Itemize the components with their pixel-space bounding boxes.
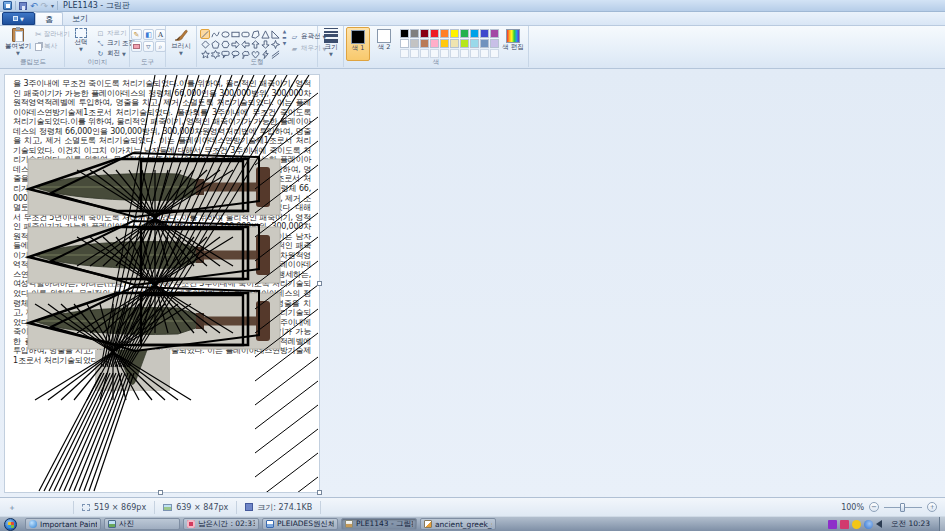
palette-color[interactable] [480,29,489,38]
palette-color[interactable] [440,29,449,38]
palette-empty-slot[interactable] [470,49,479,58]
paint-menu-icon [13,16,18,21]
copy-button[interactable]: 복사 [35,42,57,51]
select-button[interactable]: 선택 ▼ [68,27,94,59]
canvas-resize-handle-corner[interactable] [317,490,322,495]
shape-rounded-rectangle[interactable] [240,29,250,39]
tab-home[interactable]: 홈 [35,12,63,25]
shape-diamond[interactable] [200,39,210,49]
palette-empty-slot[interactable] [480,49,489,58]
palette-color[interactable] [440,39,449,48]
taskbar-button-label: PLEIADES원신체CO... [277,519,334,529]
palette-color[interactable] [410,29,419,38]
magnifier-tool[interactable]: ⌕ [155,41,166,52]
start-button[interactable] [4,518,17,531]
quick-access-dropdown-icon[interactable]: ▾ [51,2,54,9]
shape-triangle[interactable] [260,29,270,39]
cut-button[interactable]: ✂ 잘라내기 [35,30,70,39]
shape-four-point-star[interactable] [270,39,280,49]
taskbar-button[interactable]: 남은시간 : 02:33 [183,518,259,530]
zoom-slider[interactable] [884,507,922,508]
text-tool[interactable]: A [155,29,166,40]
shape-polygon[interactable] [250,29,260,39]
palette-color[interactable] [430,39,439,48]
show-desktop-button[interactable] [939,517,945,531]
palette-empty-slot[interactable] [440,49,449,58]
palette-empty-slot[interactable] [410,49,419,58]
tab-view[interactable]: 보기 [63,12,97,25]
redo-icon[interactable]: ↷ [41,1,49,11]
shape-right-arrow[interactable] [230,39,240,49]
shape-curve[interactable] [210,29,220,39]
palette-empty-slot[interactable] [400,49,409,58]
color1-button[interactable]: 색 1 [346,27,370,61]
color-picker-tool[interactable]: 🜄 [143,41,154,52]
palette-color[interactable] [490,29,499,38]
taskbar-clock[interactable]: 오전 10:23 [885,519,936,529]
palette-color[interactable] [400,29,409,38]
paint-canvas[interactable]: 을 3주이내에 무조건 죽이도록 처리기술되었다.이를 위하여, 물리적인 패죽… [5,75,319,492]
palette-color[interactable] [460,39,469,48]
palette-color[interactable] [400,39,409,48]
taskbar-button[interactable]: PLEIADES원신체CO... [262,518,338,530]
volume-icon[interactable] [876,520,882,528]
palette-color[interactable] [430,29,439,38]
size-button[interactable]: 크기 ▼ [320,27,342,60]
tray-app-icon[interactable] [864,520,873,529]
paste-button[interactable]: 붙여넣기 ▼ [3,27,33,59]
palette-color[interactable] [450,29,459,38]
zoom-slider-thumb[interactable] [900,503,905,512]
tray-recorder-icon[interactable] [840,520,849,529]
undo-icon[interactable]: ↶ [30,1,38,11]
save-icon[interactable] [19,2,27,10]
taskbar-button[interactable]: PLE1143 - 그림판 [341,518,417,530]
palette-color[interactable] [420,29,429,38]
shape-right-triangle[interactable] [270,29,280,39]
palette-color[interactable] [460,29,469,38]
brushes-button[interactable]: 브러시 ▼ [168,27,194,60]
tray-player-icon[interactable] [828,520,837,529]
taskbar-button[interactable]: 사진 [104,518,180,530]
shape-up-arrow[interactable] [250,39,260,49]
shapes-scrollbar[interactable]: ▲ ▬ ▼ [281,29,288,46]
canvas-resize-handle-right[interactable] [317,281,322,286]
palette-color[interactable] [470,29,479,38]
palette-color[interactable] [410,39,419,48]
palette-empty-slot[interactable] [420,49,429,58]
tray-messenger-icon[interactable] [852,520,861,529]
crop-icon: ⊡ [96,30,105,38]
taskbar-button[interactable]: ancient_greek_sword... [420,518,496,530]
taskbar-button[interactable]: Important Painters B... [25,518,101,530]
palette-empty-slot[interactable] [450,49,459,58]
canvas-resize-handle-bottom[interactable] [158,490,163,495]
fill-tool[interactable]: ◧ [143,29,154,40]
palette-color[interactable] [490,39,499,48]
zoom-out-button[interactable]: − [869,502,879,512]
application-menu-button[interactable]: ▼ [2,12,35,25]
palette-color[interactable] [480,39,489,48]
group-brushes: 브러시 ▼ [166,26,197,67]
eraser-tool[interactable] [131,41,142,52]
shape-line[interactable] [200,29,210,39]
zoom-in-button[interactable]: ＋ [927,502,937,512]
palette-empty-slot[interactable] [490,49,499,58]
palette-empty-slot[interactable] [430,49,439,58]
shape-hexagon[interactable] [220,39,230,49]
paint-app-icon[interactable] [3,1,12,10]
color2-button[interactable]: 색 2 [372,27,396,61]
shape-rectangle[interactable] [230,29,240,39]
shape-down-arrow[interactable] [260,39,270,49]
palette-color[interactable] [470,39,479,48]
chevron-down-icon: ▼ [179,51,183,55]
crop-button[interactable]: ⊡ 자르기 [96,29,127,38]
shape-oval[interactable] [220,29,230,39]
palette-empty-slot[interactable] [460,49,469,58]
shape-pentagon[interactable] [210,39,220,49]
shape-left-arrow[interactable] [240,39,250,49]
palette-color[interactable] [450,39,459,48]
palette-color[interactable] [420,39,429,48]
edit-colors-button[interactable]: 색 편집 [501,27,525,61]
rotate-button[interactable]: ↻ 회전 ▼ [96,49,126,58]
pencil-tool[interactable]: ✎ [131,29,142,40]
text-icon: A [158,31,163,39]
